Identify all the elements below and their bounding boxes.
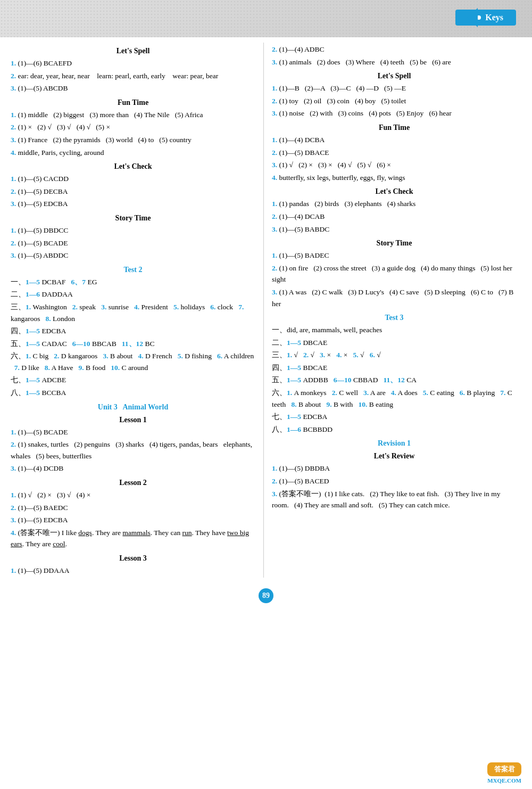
lr-item-1: 1. (1)—(5) DBDBA <box>272 463 517 474</box>
lets-check-1-title: Let's Check <box>11 162 255 171</box>
keys-arrow-icon <box>467 8 478 27</box>
column-divider <box>263 43 264 578</box>
top-bar-decoration <box>0 0 532 37</box>
st2-item-2: 2. (1) on fire (2) cross the street (3) … <box>272 262 517 285</box>
logo-name: 答案君 <box>487 762 521 776</box>
bottom-logo: 答案君 MXQE.COM <box>487 762 521 784</box>
page-number: 89 <box>259 588 273 603</box>
lc1-item-1: 1. (1)—(5) CACDD <box>11 173 255 185</box>
ft1-item-4: 4. middle, Paris, cycling, around <box>11 147 255 159</box>
test2-qi: 七、1—5 ADCBE <box>11 374 255 386</box>
st1-item-1: 1. (1)—(5) DBDCC <box>11 225 255 236</box>
main-content: Let's Spell 1. (1)—(6) BCAEFD 2. ear: de… <box>0 37 532 583</box>
unit3-title: Unit 3 Animal World <box>11 403 255 412</box>
r-pre-1: 2. (1)—(4) ADBC <box>272 44 517 55</box>
ls1-item-2: 2. ear: dear, year, hear, near learn: pe… <box>11 70 255 82</box>
ft2-item-2: 2. (1)—(5) DBACE <box>272 147 517 159</box>
test3-title: Test 3 <box>272 314 517 322</box>
test3-yi: 一、did, are, mammals, well, peaches <box>272 324 517 336</box>
lc1-item-2: 2. (1)—(5) DECBA <box>11 186 255 198</box>
fun-time-2-title: Fun Time <box>272 124 517 132</box>
ft2-item-4: 4. butterfly, six legs, butterfly, eggs,… <box>272 172 517 184</box>
lesson1-title: Lesson 1 <box>11 416 255 424</box>
st1-item-2: 2. (1)—(5) BCADE <box>11 237 255 249</box>
story-time-2-title: Story Time <box>272 239 517 248</box>
test3-san: 三、1. √ 2. √ 3. × 4. × 5. √ 6. √ <box>272 349 517 361</box>
left-column: Let's Spell 1. (1)—(6) BCAEFD 2. ear: de… <box>11 43 255 578</box>
lr-item-2: 2. (1)—(5) BACED <box>272 475 517 487</box>
lesson3-title: Lesson 3 <box>11 554 255 563</box>
lets-review-title: Let's Review <box>272 452 517 461</box>
l1-item-1: 1. (1)—(5) BCADE <box>11 426 255 438</box>
right-column: 2. (1)—(4) ADBC 3. (1) animals (2) does … <box>272 43 517 578</box>
ls1-item-3: 3. (1)—(5) ABCDB <box>11 83 255 94</box>
page-number-container: 89 <box>0 588 532 603</box>
test2-san: 三、1. Washington 2. speak 3. sunrise 4. P… <box>11 301 255 324</box>
lets-spell-1-title: Let's Spell <box>11 47 255 55</box>
ls1-item-1: 1. (1)—(6) BCAEFD <box>11 57 255 69</box>
st2-item-1: 1. (1)—(5) BADEC <box>272 250 517 261</box>
test2-er: 二、1—6 DADDAA <box>11 289 255 300</box>
test2-title: Test 2 <box>11 266 255 274</box>
l2-item-3: 3. (1)—(5) EDCBA <box>11 514 255 526</box>
ft1-item-3: 3. (1) France (2) the pyramids (3) world… <box>11 134 255 146</box>
lc1-item-3: 3. (1)—(5) EDCBA <box>11 198 255 210</box>
fun-time-1-title: Fun Time <box>11 98 255 107</box>
lr-item-3: 3. (答案不唯一) (1) I like cats. (2) They lik… <box>272 488 517 511</box>
test2-yi: 一、1—5 DCBAF 6、7 EG <box>11 276 255 288</box>
test3-ba: 八、1—6 BCBBDD <box>272 424 517 435</box>
logo-url: MXQE.COM <box>487 777 521 784</box>
l3-item-1: 1. (1)—(5) DDAAA <box>11 565 255 577</box>
lets-spell-2-title: Let's Spell <box>272 72 517 80</box>
keys-button[interactable]: Keys <box>455 10 516 26</box>
ft1-item-2: 2. (1) × (2) √ (3) √ (4) √ (5) × <box>11 121 255 133</box>
lc2-item-2: 2. (1)—(4) DCAB <box>272 211 517 223</box>
r-pre-2: 3. (1) animals (2) does (3) Where (4) te… <box>272 56 517 68</box>
test2-si: 四、1—5 EDCBA <box>11 325 255 337</box>
l2-item-2: 2. (1)—(5) BAEDC <box>11 502 255 514</box>
lesson2-title: Lesson 2 <box>11 479 255 487</box>
test2-wu: 五、1—5 CADAC 6—10 BBCAB 11、12 BC <box>11 338 255 350</box>
ls2-item-3: 3. (1) noise (2) with (3) coins (4) pots… <box>272 108 517 119</box>
test2-ba: 八、1—5 BCCBA <box>11 387 255 399</box>
revision1-title: Revision 1 <box>272 439 517 448</box>
l1-item-3: 3. (1)—(4) DCDB <box>11 463 255 474</box>
lets-check-2-title: Let's Check <box>272 187 517 196</box>
ls2-item-2: 2. (1) toy (2) oil (3) coin (4) boy (5) … <box>272 95 517 107</box>
ft2-item-3: 3. (1) √ (2) × (3) × (4) √ (5) √ (6) × <box>272 159 517 171</box>
ft1-item-1: 1. (1) middle (2) biggest (3) more than … <box>11 109 255 121</box>
ls2-item-1: 1. (1)—B (2)—A (3)—C (4) —D (5) —E <box>272 83 517 94</box>
st2-item-3: 3. (1) A was (2) C walk (3) D Lucy's (4)… <box>272 286 517 309</box>
ft2-item-1: 1. (1)—(4) DCBA <box>272 134 517 146</box>
l2-item-4: 4. (答案不唯一) I like dogs. They are mammals… <box>11 527 255 550</box>
lc2-item-3: 3. (1)—(5) BABDC <box>272 224 517 235</box>
test3-liu: 六、1. A monkeys 2. C well 3. A are 4. A d… <box>272 387 517 410</box>
l2-item-1: 1. (1) √ (2) × (3) √ (4) × <box>11 489 255 501</box>
test3-si: 四、1—5 BDCAE <box>272 362 517 374</box>
test3-wu: 五、1—5 ADDBB 6—10 CBBAD 11、12 CA <box>272 374 517 386</box>
top-bar: Keys <box>0 0 532 37</box>
test3-er: 二、1—5 DBCAE <box>272 337 517 349</box>
story-time-1-title: Story Time <box>11 214 255 223</box>
l1-item-2: 2. (1) snakes, turtles (2) penguins (3) … <box>11 439 255 462</box>
st1-item-3: 3. (1)—(5) ABDDC <box>11 250 255 261</box>
test2-liu: 六、1. C big 2. D kangaroos 3. B about 4. … <box>11 350 255 373</box>
lc2-item-1: 1. (1) pandas (2) birds (3) elephants (4… <box>272 198 517 210</box>
test3-qi: 七、1—5 EDCBA <box>272 411 517 423</box>
keys-label: Keys <box>483 13 503 22</box>
